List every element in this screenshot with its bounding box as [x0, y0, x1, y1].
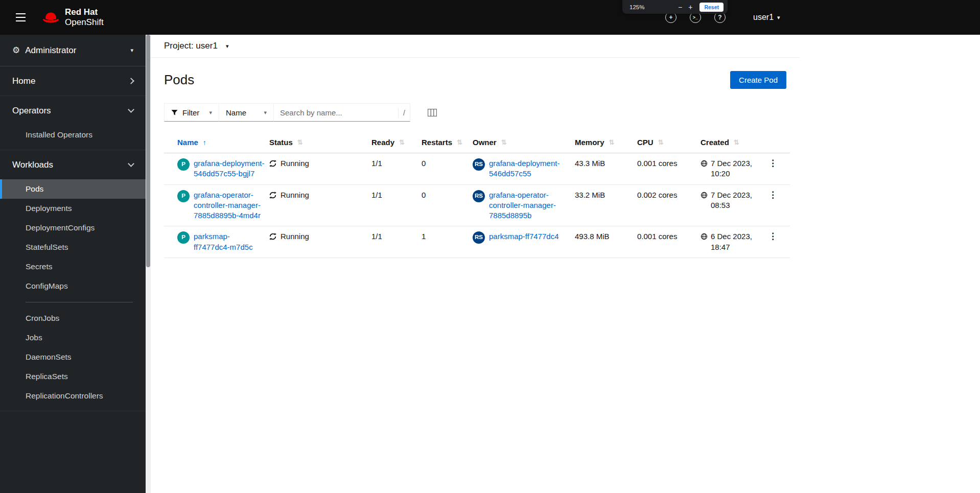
sort-icon: ⇅ — [609, 138, 615, 146]
kebab-menu-button[interactable]: ⋮ — [764, 232, 781, 241]
brand-openshift: OpenShift — [65, 17, 104, 28]
created-text: 6 Dec 2023, 18:47 — [711, 231, 756, 252]
caret-down-icon: ▾ — [264, 110, 267, 115]
nav-group-home: Home — [0, 66, 146, 96]
owner-cell: RS parksmap-ff7477dc4 — [473, 226, 575, 258]
column-label: Created — [701, 138, 729, 147]
nav-divider — [26, 302, 133, 302]
column-label: Owner — [473, 138, 497, 147]
manage-columns-button[interactable] — [426, 107, 439, 119]
sidebar-item-label: Operators — [12, 106, 51, 116]
status-cell: Running — [269, 184, 371, 226]
owner-link[interactable]: grafana-operator-controller-manager-7885… — [489, 190, 567, 221]
nav-group-workloads: Workloads Pods Deployments DeploymentCon… — [0, 150, 146, 411]
sync-icon — [269, 160, 276, 167]
created-cell: 6 Dec 2023, 18:47 — [701, 226, 764, 258]
brand-logo: Red Hat OpenShift — [42, 7, 104, 28]
pod-link[interactable]: grafana-operator-controller-manager-7885… — [194, 190, 265, 221]
caret-down-icon: ▾ — [777, 15, 780, 20]
pod-link[interactable]: parksmap-ff7477dc4-m7d5c — [194, 231, 265, 252]
pod-badge: P — [177, 190, 190, 202]
sort-ascending-icon: ↑ — [203, 138, 206, 147]
sidebar-item-replicationcontrollers[interactable]: ReplicationControllers — [0, 386, 146, 406]
scrollbar-thumb[interactable] — [146, 35, 150, 267]
sort-icon: ⇅ — [457, 138, 462, 146]
table-header-row: Name↑ Status⇅ Ready⇅ Restarts⇅ Owner⇅ Me… — [164, 132, 790, 153]
globe-icon — [701, 160, 708, 167]
columns-icon — [428, 109, 437, 116]
cpu-cell: 0.001 cores — [637, 226, 701, 258]
icon-glyph: >_ — [693, 15, 698, 20]
owner-cell: RS grafana-deployment-546dd57c55 — [473, 153, 575, 185]
gear-icon: ⚙ — [12, 45, 20, 56]
kebab-menu-button[interactable]: ⋮ — [764, 159, 781, 168]
status-cell: Running — [269, 153, 371, 185]
filter-dropdown[interactable]: Filter ▾ — [164, 103, 219, 122]
nav-group-operators: Operators Installed Operators — [0, 96, 146, 150]
column-header-memory[interactable]: Memory⇅ — [575, 138, 629, 147]
sidebar-item-installed-operators[interactable]: Installed Operators — [0, 125, 146, 145]
sidebar-item-cronjobs[interactable]: CronJobs — [0, 309, 146, 328]
sidebar-item-secrets[interactable]: Secrets — [0, 257, 146, 276]
sidebar-item-workloads[interactable]: Workloads — [0, 150, 146, 179]
replicaset-badge: RS — [473, 158, 485, 171]
sort-icon: ⇅ — [658, 138, 664, 146]
sidebar-item-deploymentconfigs[interactable]: DeploymentConfigs — [0, 218, 146, 238]
column-header-ready[interactable]: Ready⇅ — [371, 138, 413, 147]
keyboard-shortcut-hint: / — [398, 108, 405, 118]
sort-icon: ⇅ — [297, 138, 303, 146]
brand-redhat: Red Hat — [65, 7, 104, 17]
filter-icon — [171, 109, 178, 116]
attribute-dropdown[interactable]: Name ▾ — [219, 103, 274, 122]
page-title: Pods — [164, 72, 194, 88]
pod-badge: P — [177, 158, 190, 171]
status-text: Running — [281, 190, 309, 200]
create-pod-button[interactable]: Create Pod — [730, 71, 786, 89]
sidebar-item-daemonsets[interactable]: DaemonSets — [0, 347, 146, 367]
zoom-reset-button[interactable]: Reset — [699, 3, 724, 12]
sidebar-item-configmaps[interactable]: ConfigMaps — [0, 276, 146, 296]
sidebar-nav: ⚙ Administrator ▾ Home Operators Install… — [0, 35, 146, 493]
masthead: Red Hat OpenShift + >_ ? user1 ▾ 125% − … — [0, 0, 980, 35]
zoom-level: 125% — [629, 4, 644, 10]
memory-cell: 493.8 MiB — [575, 226, 637, 258]
sidebar-item-replicasets[interactable]: ReplicaSets — [0, 367, 146, 386]
sidebar-item-statefulsets[interactable]: StatefulSets — [0, 238, 146, 257]
column-label: Memory — [575, 138, 604, 147]
zoom-out-button[interactable]: − — [675, 3, 685, 12]
sidebar-item-home[interactable]: Home — [0, 66, 146, 96]
column-label: Ready — [371, 138, 394, 147]
sidebar-item-operators[interactable]: Operators — [0, 96, 146, 125]
column-header-name[interactable]: Name↑ — [177, 138, 261, 147]
column-header-restarts[interactable]: Restarts⇅ — [422, 138, 464, 147]
column-header-owner[interactable]: Owner⇅ — [473, 138, 567, 147]
column-header-status[interactable]: Status⇅ — [269, 138, 363, 147]
caret-down-icon: ▾ — [130, 48, 133, 53]
sidebar-item-jobs[interactable]: Jobs — [0, 328, 146, 347]
column-header-created[interactable]: Created⇅ — [701, 138, 756, 147]
column-header-cpu[interactable]: CPU⇅ — [637, 138, 692, 147]
owner-link[interactable]: grafana-deployment-546dd57c55 — [489, 158, 567, 179]
project-selector[interactable]: Project: user1 ▾ — [164, 41, 228, 51]
search-input[interactable] — [274, 104, 410, 121]
filter-label: Filter — [182, 108, 199, 117]
nav-toggle-button[interactable] — [13, 10, 29, 25]
sidebar-item-pods[interactable]: Pods — [0, 179, 146, 199]
globe-icon — [701, 233, 708, 240]
sidebar-scrollbar[interactable] — [146, 35, 151, 493]
ready-cell: 1/1 — [371, 153, 422, 185]
sync-icon — [269, 192, 276, 199]
kebab-menu-button[interactable]: ⋮ — [764, 191, 781, 199]
pod-link[interactable]: grafana-deployment-546dd57c55-bgjl7 — [194, 158, 265, 179]
zoom-in-button[interactable]: + — [685, 3, 695, 12]
owner-link[interactable]: parksmap-ff7477dc4 — [489, 231, 558, 242]
restarts-cell: 0 — [422, 153, 473, 185]
created-cell: 7 Dec 2023, 10:20 — [701, 153, 764, 185]
user-menu[interactable]: user1 ▾ — [753, 0, 780, 35]
sidebar-item-label: Workloads — [12, 160, 53, 170]
sidebar-item-deployments[interactable]: Deployments — [0, 199, 146, 218]
ready-cell: 1/1 — [371, 184, 422, 226]
globe-icon — [701, 192, 708, 199]
search-box: / — [273, 103, 410, 122]
perspective-switcher[interactable]: ⚙ Administrator ▾ — [0, 35, 146, 66]
